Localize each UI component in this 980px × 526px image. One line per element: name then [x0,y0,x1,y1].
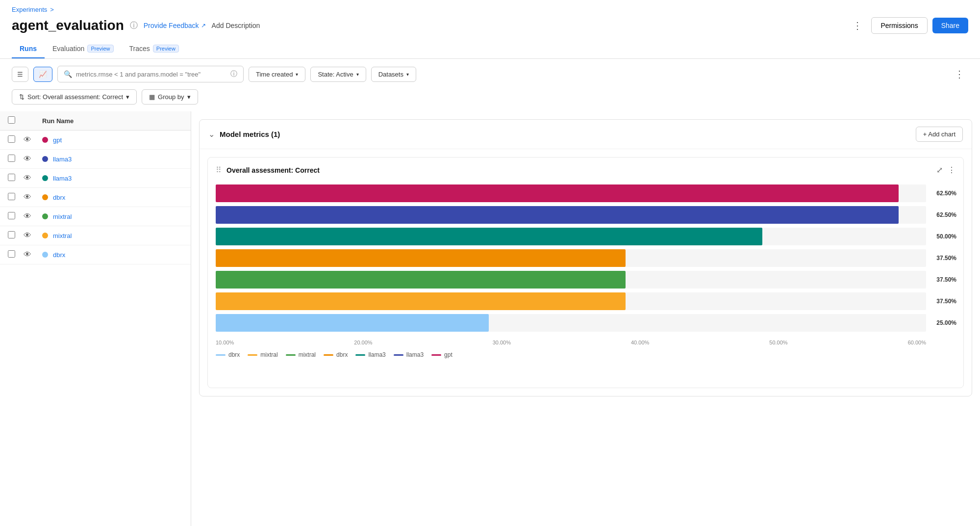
run-row[interactable]: 👁 mixtral [0,207,191,226]
chart-icon: 📈 [39,71,47,78]
legend-item: dbrx [216,351,240,358]
provide-feedback-link[interactable]: Provide Feedback ↗ [144,22,206,29]
bar-container: 62.50% [216,206,926,224]
run-checkbox[interactable] [8,193,15,200]
run-checkbox[interactable] [8,174,15,181]
group-by-button[interactable]: ▦ Group by ▾ [142,89,198,105]
group-icon: ▦ [149,93,155,101]
run-row[interactable]: 👁 llama3 [0,150,191,169]
x-axis-tick: 10.00% [216,340,234,345]
search-box: 🔍 ⓘ [57,66,244,82]
run-checkbox[interactable] [8,155,15,162]
bar-row: 62.50% [216,184,926,202]
search-input[interactable] [76,71,226,78]
chevron-down-icon: ▾ [406,72,409,77]
bar-row: 50.00% [216,228,926,245]
bar-value-label: 37.50% [936,298,956,305]
chart-title: Overall assessment: Correct [226,166,931,174]
tabs-row: Runs Evaluation Preview Traces Preview [0,40,980,59]
right-panel: ⌄ Model metrics (1) + Add chart ⠿ Overal… [191,111,980,526]
run-checkbox[interactable] [8,212,15,219]
bar-chart: 62.50% 62.50% 50.00% 37.50% [216,184,955,380]
run-name[interactable]: mixtral [53,232,183,239]
bar-row: 37.50% [216,271,926,289]
bar-container: 25.00% [216,314,926,332]
run-name[interactable]: dbrx [53,194,183,201]
drag-handle-icon[interactable]: ⠿ [216,165,222,175]
state-active-filter[interactable]: State: Active ▾ [310,67,366,82]
run-dot [42,137,48,143]
breadcrumb-separator: > [50,6,54,13]
run-row[interactable]: 👁 mixtral [0,226,191,245]
run-name[interactable]: llama3 [53,175,183,182]
eye-button[interactable]: 👁 [24,135,31,144]
external-link-icon: ↗ [201,22,206,29]
x-axis-tick: 40.00% [631,340,649,345]
breadcrumb-parent[interactable]: Experiments [12,6,47,13]
expand-button[interactable]: ⤢ [936,165,943,175]
eye-button[interactable]: 👁 [24,193,31,202]
sort-button[interactable]: ⇅ Sort: Overall assessment: Correct ▾ [12,89,137,105]
run-checkbox[interactable] [8,135,15,143]
run-row[interactable]: 👁 gpt [0,131,191,150]
run-row[interactable]: 👁 dbrx [0,245,191,264]
run-dot [42,213,48,219]
title-actions: ⋮ Permissions Share [849,17,968,34]
bar-row: 62.50% [216,206,926,224]
bar-value-label: 37.50% [936,276,956,283]
add-chart-button[interactable]: + Add chart [916,127,963,142]
time-created-filter[interactable]: Time created ▾ [249,67,305,82]
eye-button[interactable]: 👁 [24,174,31,183]
bar [216,292,626,310]
left-panel: Run Name 👁 gpt 👁 llama3 👁 llama3 👁 dbrx [0,111,191,526]
legend-item: llama3 [355,351,385,358]
tab-traces[interactable]: Traces Preview [122,40,187,58]
bar [216,228,762,245]
select-all-checkbox[interactable] [8,116,15,124]
eye-button[interactable]: 👁 [24,155,31,163]
chart-view-button[interactable]: 📈 [33,67,52,82]
page-title: agent_evaluation [12,18,124,33]
main-content: Run Name 👁 gpt 👁 llama3 👁 llama3 👁 dbrx [0,111,980,526]
section-title: Model metrics (1) [220,130,911,138]
bar-container: 37.50% [216,249,926,267]
run-row[interactable]: 👁 dbrx [0,188,191,207]
run-name-column-header: Run Name [42,117,183,125]
run-name[interactable]: dbrx [53,251,183,259]
run-name[interactable]: mixtral [53,213,183,220]
eye-button[interactable]: 👁 [24,212,31,221]
chart-more-button[interactable]: ⋮ [948,165,955,175]
search-info-icon[interactable]: ⓘ [230,70,237,79]
more-options-button[interactable]: ⋮ [849,18,866,33]
legend-label: dbrx [336,351,348,358]
tab-runs[interactable]: Runs [12,40,45,58]
legend-color [324,354,333,356]
legend-label: llama3 [406,351,424,358]
datasets-filter[interactable]: Datasets ▾ [371,67,416,82]
legend-color [431,354,441,356]
run-checkbox[interactable] [8,231,15,238]
run-name[interactable]: llama3 [53,156,183,163]
bar-value-label: 62.50% [936,190,956,197]
run-row[interactable]: 👁 llama3 [0,169,191,188]
legend-item: dbrx [324,351,348,358]
traces-preview-badge: Preview [153,45,179,53]
permissions-button[interactable]: Permissions [871,17,927,34]
bar-container: 50.00% [216,228,926,245]
tab-evaluation[interactable]: Evaluation Preview [45,40,122,58]
chart-legend: dbrxmixtralmixtraldbrxllama3llama3gpt [216,345,926,360]
info-icon[interactable]: ⓘ [130,21,138,31]
list-view-button[interactable]: ☰ [12,67,28,82]
collapse-button[interactable]: ⌄ [208,130,215,139]
run-dot [42,194,48,200]
run-checkbox[interactable] [8,250,15,258]
eye-button[interactable]: 👁 [24,250,31,259]
chevron-down-icon: ▾ [296,72,298,77]
eye-button[interactable]: 👁 [24,231,31,240]
share-button[interactable]: Share [932,18,968,33]
more-filters-button[interactable]: ⋮ [951,66,968,82]
run-name[interactable]: gpt [53,136,183,144]
add-description-link[interactable]: Add Description [212,22,260,29]
x-axis-tick: 20.00% [354,340,372,345]
bar [216,271,626,289]
